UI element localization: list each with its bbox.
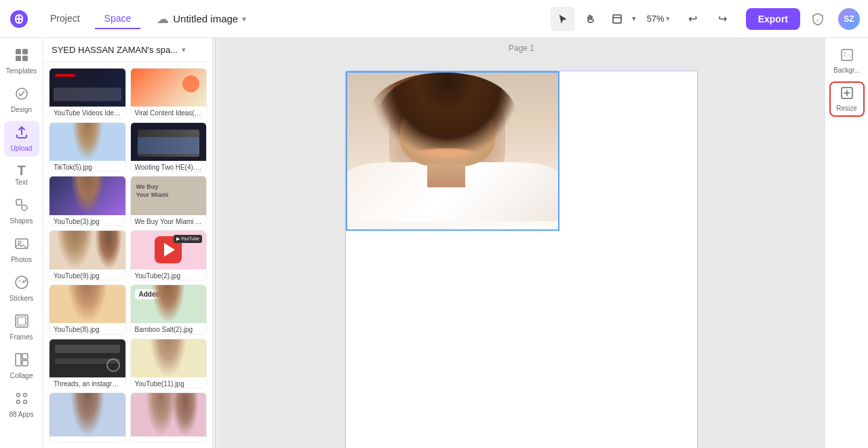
grid-item-label — [131, 436, 207, 442]
grid-item-label: Bamboo Salt(2).jpg — [131, 323, 207, 333]
svg-point-22 — [16, 394, 20, 397]
space-name: SYED HASSAN ZAMAN's spa... — [52, 45, 178, 55]
resize-icon — [840, 86, 854, 103]
svg-rect-21 — [22, 360, 28, 366]
sidebar-item-photos[interactable]: Photos — [4, 232, 39, 268]
right-panel: Backgr... Resize — [825, 38, 868, 448]
list-item[interactable] — [49, 392, 126, 443]
svg-rect-6 — [16, 49, 21, 54]
canvas-area: Page 1 — [218, 38, 825, 448]
list-item[interactable]: YouTube(11).jpg — [130, 339, 208, 389]
undo-button[interactable]: ↩ — [681, 7, 705, 31]
svg-rect-7 — [22, 49, 28, 54]
space-chevron-icon: ▾ — [182, 45, 186, 54]
collage-icon — [14, 352, 29, 371]
space-selector[interactable]: SYED HASSAN ZAMAN's spa... ▾ — [52, 45, 186, 55]
svg-rect-11 — [16, 200, 22, 205]
thumb-tiktok — [50, 123, 125, 162]
sidebar-item-apps[interactable]: 88 Apps — [4, 387, 39, 423]
toolbar-tools: ▾ — [551, 7, 636, 31]
canvas-image[interactable] — [346, 71, 559, 231]
sidebar-item-stickers[interactable]: Stickers — [4, 271, 39, 307]
grid-item-label: YouTube(2).jpg — [131, 269, 207, 280]
zoom-control[interactable]: 57% ▾ — [642, 11, 675, 26]
list-item[interactable]: Viral Content Ideas(7... — [130, 68, 208, 118]
thumb-yt11 — [131, 339, 207, 378]
hand-tool-button[interactable] — [578, 7, 602, 31]
sidebar-item-frames[interactable]: Frames — [4, 310, 39, 346]
sidebar-item-shapes[interactable]: Shapes — [4, 193, 39, 229]
canvas-page[interactable] — [345, 71, 698, 448]
portrait-image — [347, 73, 558, 229]
thumb-bottom2 — [131, 393, 207, 436]
list-item[interactable]: TikTok(5).jpg — [49, 122, 126, 172]
list-item[interactable]: Added Bamboo Salt(2).jpg — [130, 284, 208, 335]
text-icon: T — [17, 164, 25, 177]
sidebar-item-templates[interactable]: Templates — [4, 43, 39, 79]
svg-rect-20 — [22, 354, 28, 359]
list-item[interactable]: Threads, an instagra... — [49, 339, 126, 389]
sidebar-item-collage[interactable]: Collage — [4, 348, 39, 384]
list-item[interactable]: YouTube Videos Idea... — [49, 68, 126, 118]
grid-item-label: YouTube(9).jpg — [50, 269, 125, 280]
background-button[interactable]: Backgr... — [829, 43, 865, 79]
panel-header: SYED HASSAN ZAMAN's spa... ▾ — [43, 38, 212, 62]
shield-icon[interactable]: ✓ — [806, 7, 830, 31]
select-tool-button[interactable] — [551, 7, 575, 31]
sidebar-item-upload[interactable]: Upload — [4, 121, 39, 157]
sidebar-item-label: Shapes — [10, 217, 33, 225]
left-sidebar: Templates Design Upload T Text Shapes — [0, 38, 43, 448]
tab-project[interactable]: Project — [41, 9, 90, 29]
sidebar-item-label: Design — [11, 106, 32, 114]
grid-item-label: Viral Content Ideas(7... — [131, 107, 207, 117]
tab-space[interactable]: Space — [95, 9, 141, 29]
zoom-chevron-icon: ▾ — [666, 14, 670, 23]
svg-point-12 — [22, 205, 27, 210]
layout-chevron-icon[interactable]: ▾ — [632, 14, 636, 23]
upload-icon — [14, 125, 29, 143]
stickers-icon — [14, 275, 29, 293]
redo-button[interactable]: ↪ — [711, 7, 735, 31]
svg-rect-8 — [16, 56, 21, 61]
list-item[interactable]: YouTube(9).jpg — [49, 230, 126, 280]
avatar[interactable]: SZ — [838, 8, 860, 30]
frames-icon — [14, 314, 29, 332]
svg-text:✓: ✓ — [816, 18, 820, 22]
thumb-yt-ideas — [50, 69, 125, 107]
chevron-down-icon: ▾ — [242, 14, 246, 24]
photos-icon — [14, 236, 29, 255]
svg-point-24 — [16, 400, 20, 404]
grid-item-label: YouTube(3).jpg — [50, 215, 125, 225]
list-item[interactable]: Wooting Two HE(4).j... — [130, 122, 208, 172]
app-logo[interactable] — [8, 8, 30, 30]
list-item[interactable]: ▶ YouTube YouTube(2).jpg — [130, 230, 208, 280]
list-item[interactable]: YouTube(8).jpg — [49, 284, 126, 335]
grid-item-label: YouTube(8).jpg — [50, 323, 125, 333]
thumb-viral — [131, 69, 207, 107]
sidebar-item-label: Text — [15, 179, 27, 187]
export-button[interactable]: Export — [746, 8, 800, 30]
thumb-miami: We BuyYour Miami — [131, 176, 207, 215]
svg-rect-26 — [842, 50, 852, 60]
panel-resize-handle[interactable] — [213, 38, 218, 448]
doc-title-area[interactable]: ☁ Untitled image ▾ — [157, 12, 246, 26]
svg-point-27 — [844, 52, 846, 54]
list-item[interactable] — [130, 392, 208, 443]
layout-tool-button[interactable] — [605, 7, 629, 31]
apps-icon — [14, 391, 29, 409]
list-item[interactable]: We BuyYour Miami We Buy Your Miami ... — [130, 176, 208, 226]
sidebar-item-design[interactable]: Design — [4, 82, 39, 118]
page-label: Page 1 — [509, 43, 534, 53]
thumb-wooting — [131, 123, 207, 162]
grid-item-label: TikTok(5).jpg — [50, 161, 125, 171]
grid-item-label: Threads, an instagra... — [50, 377, 125, 388]
thumb-threads — [50, 339, 125, 378]
zoom-level: 57% — [647, 14, 665, 24]
svg-point-16 — [23, 280, 24, 282]
resize-button[interactable]: Resize — [829, 81, 865, 117]
svg-rect-18 — [18, 317, 26, 325]
sidebar-item-text[interactable]: T Text — [4, 160, 39, 191]
thumb-yt9 — [50, 231, 125, 269]
sidebar-item-label: Collage — [10, 372, 33, 380]
list-item[interactable]: YouTube(3).jpg — [49, 176, 126, 226]
